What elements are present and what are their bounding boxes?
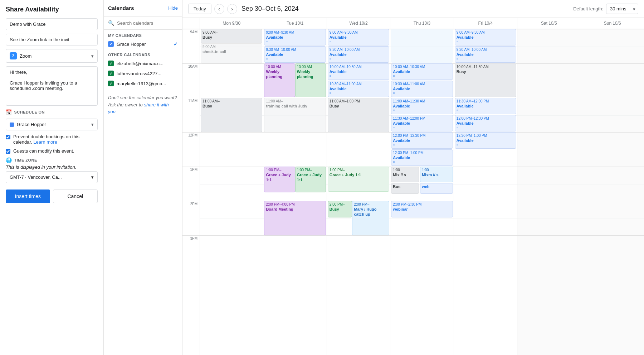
prevent-double-checkbox[interactable] xyxy=(6,135,10,139)
time-10am: 10AM xyxy=(182,63,200,98)
event-tue-grace-judy1[interactable]: 1:00 PM– Grace + Judy 1:1 xyxy=(264,167,295,192)
event-tue-avail1[interactable]: 9:00 AM–9:30 AM Available ≡ xyxy=(264,29,326,45)
calendar-check-mary: ✓ xyxy=(108,81,114,86)
share-it-link[interactable]: share it with you. xyxy=(108,102,169,115)
event-thu-mix1[interactable]: 1:00 Mix // s xyxy=(391,167,419,182)
day-col-fri: 9:00 AM–9:30 AM Available ≡ 9:30 AM–10:0… xyxy=(454,29,517,355)
event-tue-grace-judy2[interactable]: 1:00 PM– Grace + Judy 1:1 xyxy=(295,167,326,192)
day-col-sat xyxy=(517,29,580,355)
event-wed-busy2[interactable]: 2:00 PM– Busy xyxy=(328,201,352,217)
event-wed-mary-hugo[interactable]: 2:00 PM– Mary / Hugo catch up xyxy=(352,201,389,235)
col-header-tue: Tue 10/1 xyxy=(263,18,326,29)
calendars-panel: Calendars Hide 🔍 MY CALENDARS ✓ Grace Ho… xyxy=(104,0,182,355)
search-icon: 🔍 xyxy=(108,20,114,26)
event-fri-busy[interactable]: 10:00 AM–11:30 AM Busy xyxy=(455,63,516,97)
event-title-input[interactable] xyxy=(6,18,98,30)
event-wed-avail2[interactable]: 9:30 AM–10:00 AM Available ≡ xyxy=(328,46,389,63)
globe-icon: 🌐 xyxy=(6,157,12,163)
search-calendars-box: 🔍 xyxy=(104,16,182,30)
calendar-check-elizabeth: ✓ xyxy=(108,61,114,66)
event-tue-board[interactable]: 2:00 PM–4:00 PM Board Meeting xyxy=(264,201,326,235)
col-header-fri: Fri 10/4 xyxy=(454,18,517,29)
calendars-panel-header: Calendars Hide xyxy=(104,0,182,16)
calendar-nav: Today ‹ › xyxy=(188,4,237,14)
event-fri-avail4[interactable]: 12:00 PM–12:30 PM Available ≡ xyxy=(455,115,516,131)
event-tue-training[interactable]: 11:00 AM– training call with Judy xyxy=(264,98,326,132)
search-calendars-input[interactable] xyxy=(117,20,178,26)
col-header-thu: Thu 10/3 xyxy=(390,18,453,29)
guests-modify-row: Guests can modify this event. xyxy=(6,148,98,154)
calendars-panel-title: Calendars xyxy=(108,5,134,11)
event-thu-avail2[interactable]: 10:30 AM–11:00 AM Available ≡ xyxy=(391,81,453,97)
hide-link[interactable]: Hide xyxy=(168,5,178,11)
prev-arrow[interactable]: ‹ xyxy=(214,4,224,14)
event-thu-avail4[interactable]: 11:30 AM–12:00 PM Available ≡ xyxy=(391,115,453,131)
event-mon-checkin[interactable]: 9:00 AM– check-in call xyxy=(201,43,262,63)
message-textarea[interactable]: Hi there, Grace Hopper is inviting you t… xyxy=(6,66,98,106)
day-col-mon: 9:00 AM– Busy 9:00 AM– check-in call 11:… xyxy=(200,29,263,355)
no-see-calendar-note: Don't see the calendar you want? Ask the… xyxy=(104,88,182,121)
left-panel: Share Availability Z Zoom ▾ Zoom Hi ther… xyxy=(0,0,104,355)
event-tue-weekly1[interactable]: 10:00 AM Weekly planning xyxy=(264,63,295,97)
calendar-item-luther[interactable]: ✓ luthervandross4227... xyxy=(104,68,182,78)
calendar-header: Today ‹ › Sep 30–Oct 6, 2024 Default len… xyxy=(182,0,644,18)
event-thu-bus[interactable]: Bus xyxy=(391,183,419,194)
insert-times-button[interactable]: Insert times xyxy=(6,190,50,203)
event-thu-avail3[interactable]: 11:00 AM–11:30 AM Available ≡ xyxy=(391,98,453,114)
event-tue-weekly2[interactable]: 10:00 AM Weekly planning xyxy=(295,63,326,97)
event-wed-avail1[interactable]: 9:00 AM–9:30 AM Available ≡ xyxy=(328,29,389,45)
event-mon-busy1[interactable]: 9:00 AM– Busy xyxy=(201,29,262,43)
length-select[interactable]: 15 mins 30 mins 45 mins 60 mins xyxy=(606,4,638,14)
events-layer-thu: 10:00 AM–10:30 AM Available ≡ 10:30 AM–1… xyxy=(390,29,453,355)
event-wed-avail3[interactable]: 10:00 AM–10:30 AM Available ≡ xyxy=(328,63,389,80)
prevent-double-row: Prevent double bookings on this calendar… xyxy=(6,134,98,145)
calendar-item-elizabeth[interactable]: ✓ elizabeth@mixmax.c... xyxy=(104,58,182,68)
timezone-chevron-icon: ▾ xyxy=(91,174,94,180)
event-fri-avail2[interactable]: 9:30 AM–10:00 AM Available ≡ xyxy=(455,46,516,63)
next-arrow[interactable]: › xyxy=(227,4,237,14)
col-header-sat: Sat 10/5 xyxy=(517,18,580,29)
day-col-sun xyxy=(581,29,644,355)
calendar-grid: Mon 9/30 Tue 10/1 Wed 10/2 Thu 10/3 Fri … xyxy=(182,18,644,355)
cancel-button[interactable]: Cancel xyxy=(53,190,98,203)
bottom-buttons: Insert times Cancel xyxy=(6,190,98,203)
events-layer-wed: 9:00 AM–9:30 AM Available ≡ 9:30 AM–10:0… xyxy=(327,29,390,355)
day-col-tue: 9:00 AM–9:30 AM Available ≡ 9:30 AM–10:0… xyxy=(263,29,326,355)
event-tue-avail2[interactable]: 9:30 AM–10:00 AM Available ≡ xyxy=(264,46,326,63)
event-fri-avail1[interactable]: 9:00 AM–9:30 AM Available ≡ xyxy=(455,29,516,45)
event-wed-grace-judy[interactable]: 1:00 PM– Grace + Judy 1:1 xyxy=(328,167,389,192)
event-thu-avail1[interactable]: 10:00 AM–10:30 AM Available ≡ xyxy=(391,63,453,80)
guests-modify-checkbox[interactable] xyxy=(6,149,10,154)
event-wed-avail4[interactable]: 10:30 AM–11:00 AM Available ≡ xyxy=(328,81,389,97)
conferencing-select[interactable]: Z Zoom ▾ Zoom xyxy=(6,49,98,63)
timezone-select[interactable]: GMT-7 · Vancouver, Ca... ▾ xyxy=(6,171,98,183)
calendar-item-grace[interactable]: ✓ Grace Hopper ✓ xyxy=(104,39,182,49)
event-wed-busy[interactable]: 11:00 AM–1:00 PM Busy xyxy=(328,98,389,132)
time-column: 9AM 10AM 11AM 12PM 1PM 2PM 3PM xyxy=(182,29,200,355)
calendar-chevron-icon: ▾ xyxy=(91,122,94,127)
event-thu-mix2[interactable]: 1:00 Mixm // s xyxy=(420,167,453,182)
event-mon-busy2[interactable]: 11:00 AM– Busy xyxy=(201,98,262,132)
calendar-select[interactable]: Grace Hopper ▾ xyxy=(6,119,98,130)
learn-more-link[interactable]: Learn more xyxy=(33,139,57,145)
event-thu-avail5[interactable]: 12:00 PM–12:30 PM Available ≡ xyxy=(391,132,453,149)
event-description-input[interactable] xyxy=(6,34,98,45)
time-2pm: 2PM xyxy=(182,201,200,235)
event-fri-avail5[interactable]: 12:30 PM–1:00 PM Available ≡ xyxy=(455,132,516,149)
main-calendar: Today ‹ › Sep 30–Oct 6, 2024 Default len… xyxy=(182,0,644,355)
calendar-check-luther: ✓ xyxy=(108,71,114,76)
calendar-icon: 📅 xyxy=(6,109,12,115)
thu-bg-block xyxy=(391,29,453,63)
day-col-wed: 9:00 AM–9:30 AM Available ≡ 9:30 AM–10:0… xyxy=(327,29,390,355)
time-11am: 11AM xyxy=(182,98,200,132)
today-button[interactable]: Today xyxy=(188,4,211,14)
event-thu-avail6[interactable]: 12:30 PM–1:00 PM Available ≡ xyxy=(391,149,453,166)
calendar-check-grace: ✓ xyxy=(108,41,114,47)
length-select-wrapper: 15 mins 30 mins 45 mins 60 mins xyxy=(606,4,638,14)
event-thu-avail7[interactable]: 2:00 PM–2:30 PM webinar xyxy=(391,201,453,217)
timezone-label: 🌐 TIME ZONE xyxy=(6,157,98,163)
calendar-item-mary[interactable]: ✓ marykeller1913@gma... xyxy=(104,78,182,88)
event-thu-web[interactable]: web xyxy=(420,183,453,194)
calendar-check-mark: ✓ xyxy=(109,42,112,46)
event-fri-avail3[interactable]: 11:30 AM–12:00 PM Available ≡ xyxy=(455,98,516,114)
